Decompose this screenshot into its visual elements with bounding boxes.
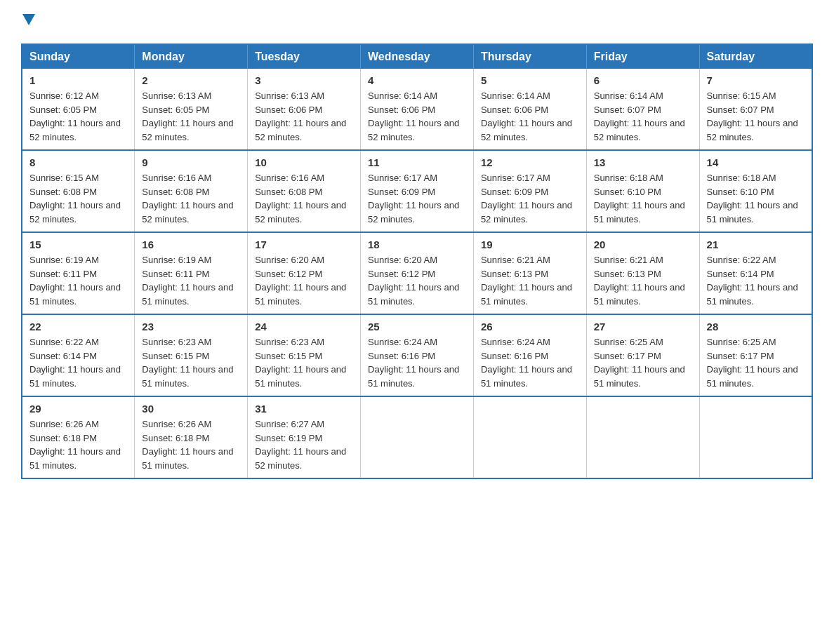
calendar-cell (586, 396, 699, 478)
calendar-cell: 19 Sunrise: 6:21 AMSunset: 6:13 PMDaylig… (473, 232, 586, 314)
day-number: 18 (368, 239, 466, 250)
column-header-wednesday: Wednesday (361, 44, 474, 69)
day-number: 4 (368, 74, 466, 86)
day-number: 19 (481, 239, 579, 250)
day-number: 16 (142, 239, 240, 250)
calendar-cell: 1 Sunrise: 6:12 AMSunset: 6:05 PMDayligh… (22, 69, 135, 150)
day-number: 13 (594, 156, 692, 168)
day-number: 14 (707, 156, 805, 168)
day-info: Sunrise: 6:13 AMSunset: 6:05 PMDaylight:… (142, 90, 233, 142)
column-header-saturday: Saturday (699, 44, 812, 69)
day-number: 22 (29, 321, 127, 333)
calendar-cell: 29 Sunrise: 6:26 AMSunset: 6:18 PMDaylig… (22, 396, 135, 478)
day-number: 20 (594, 239, 692, 250)
column-header-friday: Friday (586, 44, 699, 69)
page-header (21, 14, 813, 29)
day-info: Sunrise: 6:15 AMSunset: 6:08 PMDaylight:… (29, 173, 121, 224)
day-info: Sunrise: 6:21 AMSunset: 6:13 PMDaylight:… (594, 255, 685, 307)
day-info: Sunrise: 6:21 AMSunset: 6:13 PMDaylight:… (481, 255, 572, 307)
day-info: Sunrise: 6:23 AMSunset: 6:15 PMDaylight:… (255, 337, 346, 389)
day-info: Sunrise: 6:23 AMSunset: 6:15 PMDaylight:… (142, 337, 233, 389)
day-number: 21 (707, 239, 805, 250)
day-info: Sunrise: 6:25 AMSunset: 6:17 PMDaylight:… (707, 337, 798, 389)
day-info: Sunrise: 6:16 AMSunset: 6:08 PMDaylight:… (142, 173, 233, 224)
calendar-cell: 9 Sunrise: 6:16 AMSunset: 6:08 PMDayligh… (135, 150, 248, 232)
day-number: 5 (481, 74, 579, 86)
calendar-cell: 18 Sunrise: 6:20 AMSunset: 6:12 PMDaylig… (361, 232, 474, 314)
calendar-week-row: 8 Sunrise: 6:15 AMSunset: 6:08 PMDayligh… (22, 150, 812, 232)
calendar-cell: 21 Sunrise: 6:22 AMSunset: 6:14 PMDaylig… (699, 232, 812, 314)
day-info: Sunrise: 6:26 AMSunset: 6:18 PMDaylight:… (142, 419, 233, 471)
calendar-cell: 3 Sunrise: 6:13 AMSunset: 6:06 PMDayligh… (248, 69, 361, 150)
day-number: 30 (142, 403, 240, 415)
calendar-cell: 8 Sunrise: 6:15 AMSunset: 6:08 PMDayligh… (22, 150, 135, 232)
calendar-cell: 13 Sunrise: 6:18 AMSunset: 6:10 PMDaylig… (586, 150, 699, 232)
calendar-cell (699, 396, 812, 478)
calendar-cell (361, 396, 474, 478)
column-header-monday: Monday (135, 44, 248, 69)
day-info: Sunrise: 6:18 AMSunset: 6:10 PMDaylight:… (707, 173, 798, 224)
day-number: 26 (481, 321, 579, 333)
logo-arrow-icon (22, 14, 35, 27)
day-number: 25 (368, 321, 466, 333)
day-number: 17 (255, 239, 353, 250)
calendar-table: SundayMondayTuesdayWednesdayThursdayFrid… (21, 43, 813, 479)
day-number: 11 (368, 156, 466, 168)
calendar-cell: 7 Sunrise: 6:15 AMSunset: 6:07 PMDayligh… (699, 69, 812, 150)
day-number: 3 (255, 74, 353, 86)
column-header-tuesday: Tuesday (248, 44, 361, 69)
calendar-cell: 28 Sunrise: 6:25 AMSunset: 6:17 PMDaylig… (699, 314, 812, 396)
day-number: 28 (707, 321, 805, 333)
day-info: Sunrise: 6:27 AMSunset: 6:19 PMDaylight:… (255, 419, 346, 471)
calendar-cell: 14 Sunrise: 6:18 AMSunset: 6:10 PMDaylig… (699, 150, 812, 232)
calendar-cell: 4 Sunrise: 6:14 AMSunset: 6:06 PMDayligh… (361, 69, 474, 150)
calendar-cell: 20 Sunrise: 6:21 AMSunset: 6:13 PMDaylig… (586, 232, 699, 314)
day-number: 27 (594, 321, 692, 333)
calendar-cell: 17 Sunrise: 6:20 AMSunset: 6:12 PMDaylig… (248, 232, 361, 314)
logo (21, 14, 35, 29)
day-info: Sunrise: 6:16 AMSunset: 6:08 PMDaylight:… (255, 173, 346, 224)
calendar-cell: 24 Sunrise: 6:23 AMSunset: 6:15 PMDaylig… (248, 314, 361, 396)
svg-marker-0 (22, 14, 35, 25)
day-info: Sunrise: 6:14 AMSunset: 6:07 PMDaylight:… (594, 90, 685, 142)
calendar-cell: 2 Sunrise: 6:13 AMSunset: 6:05 PMDayligh… (135, 69, 248, 150)
calendar-cell: 12 Sunrise: 6:17 AMSunset: 6:09 PMDaylig… (473, 150, 586, 232)
calendar-cell: 6 Sunrise: 6:14 AMSunset: 6:07 PMDayligh… (586, 69, 699, 150)
calendar-cell: 31 Sunrise: 6:27 AMSunset: 6:19 PMDaylig… (248, 396, 361, 478)
calendar-cell: 23 Sunrise: 6:23 AMSunset: 6:15 PMDaylig… (135, 314, 248, 396)
day-number: 29 (29, 403, 127, 415)
calendar-week-row: 15 Sunrise: 6:19 AMSunset: 6:11 PMDaylig… (22, 232, 812, 314)
day-info: Sunrise: 6:22 AMSunset: 6:14 PMDaylight:… (707, 255, 798, 307)
calendar-cell: 16 Sunrise: 6:19 AMSunset: 6:11 PMDaylig… (135, 232, 248, 314)
calendar-cell: 26 Sunrise: 6:24 AMSunset: 6:16 PMDaylig… (473, 314, 586, 396)
calendar-week-row: 1 Sunrise: 6:12 AMSunset: 6:05 PMDayligh… (22, 69, 812, 150)
day-info: Sunrise: 6:20 AMSunset: 6:12 PMDaylight:… (368, 255, 459, 307)
day-number: 24 (255, 321, 353, 333)
day-info: Sunrise: 6:19 AMSunset: 6:11 PMDaylight:… (29, 255, 121, 307)
calendar-cell: 11 Sunrise: 6:17 AMSunset: 6:09 PMDaylig… (361, 150, 474, 232)
day-info: Sunrise: 6:24 AMSunset: 6:16 PMDaylight:… (481, 337, 572, 389)
day-number: 9 (142, 156, 240, 168)
calendar-week-row: 22 Sunrise: 6:22 AMSunset: 6:14 PMDaylig… (22, 314, 812, 396)
day-number: 1 (29, 74, 127, 86)
day-number: 8 (29, 156, 127, 168)
day-info: Sunrise: 6:25 AMSunset: 6:17 PMDaylight:… (594, 337, 685, 389)
day-number: 7 (707, 74, 805, 86)
day-info: Sunrise: 6:17 AMSunset: 6:09 PMDaylight:… (481, 173, 572, 224)
day-number: 6 (594, 74, 692, 86)
day-info: Sunrise: 6:18 AMSunset: 6:10 PMDaylight:… (594, 173, 685, 224)
day-number: 31 (255, 403, 353, 415)
day-info: Sunrise: 6:26 AMSunset: 6:18 PMDaylight:… (29, 419, 121, 471)
calendar-cell: 5 Sunrise: 6:14 AMSunset: 6:06 PMDayligh… (473, 69, 586, 150)
column-header-sunday: Sunday (22, 44, 135, 69)
day-info: Sunrise: 6:22 AMSunset: 6:14 PMDaylight:… (29, 337, 121, 389)
day-info: Sunrise: 6:19 AMSunset: 6:11 PMDaylight:… (142, 255, 233, 307)
day-info: Sunrise: 6:14 AMSunset: 6:06 PMDaylight:… (368, 90, 459, 142)
day-number: 12 (481, 156, 579, 168)
calendar-cell: 15 Sunrise: 6:19 AMSunset: 6:11 PMDaylig… (22, 232, 135, 314)
day-number: 15 (29, 239, 127, 250)
day-number: 2 (142, 74, 240, 86)
calendar-cell (473, 396, 586, 478)
day-number: 23 (142, 321, 240, 333)
calendar-cell: 27 Sunrise: 6:25 AMSunset: 6:17 PMDaylig… (586, 314, 699, 396)
